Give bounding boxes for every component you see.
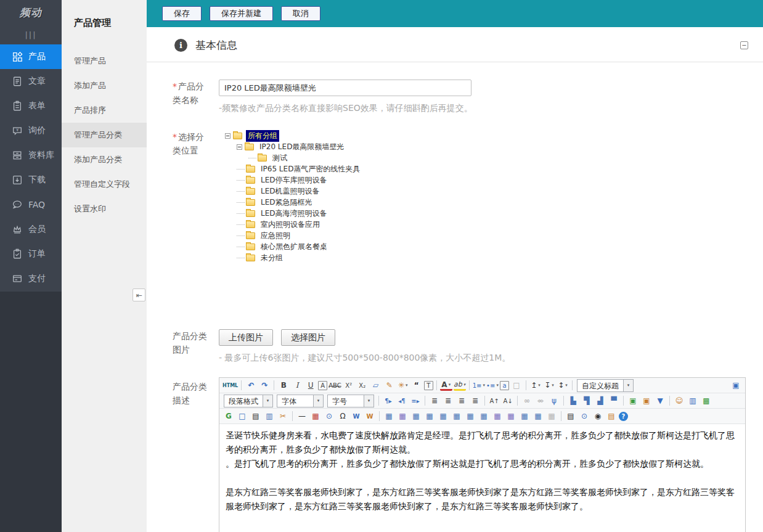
align-justify-button[interactable]: ≣ bbox=[469, 395, 481, 407]
tree-node-parking[interactable]: LED停车库照明设备 bbox=[237, 174, 763, 186]
print-button[interactable]: ▤ bbox=[565, 410, 577, 422]
font-size-up-button[interactable]: A↑ bbox=[488, 395, 500, 407]
screenshot-button[interactable]: ✂ bbox=[277, 410, 289, 422]
tree-node-ip65[interactable]: IP65 LED蒸气严密的线性夹具 bbox=[237, 163, 763, 174]
tree-node-indoor[interactable]: 室内照明设备应用 bbox=[237, 219, 763, 230]
align-left-button[interactable]: ≣ bbox=[428, 395, 441, 407]
insert-table-button[interactable]: ▦ bbox=[383, 410, 395, 422]
image-download-button[interactable]: ▼ bbox=[654, 395, 666, 407]
link-button[interactable]: ∞ bbox=[521, 395, 533, 407]
category-name-input[interactable] bbox=[219, 80, 471, 96]
font-color-button[interactable]: A▾ bbox=[440, 380, 452, 391]
tree-node-label[interactable]: IP65 LED蒸气严密的线性夹具 bbox=[259, 163, 362, 175]
horizontal-rule-button[interactable]: — bbox=[296, 410, 308, 422]
redo-button[interactable]: ↷ bbox=[258, 379, 271, 391]
tree-node-label[interactable]: IP20 LED最高限额墙壁光 bbox=[258, 141, 346, 153]
tree-node-ungrouped[interactable]: 未分组 bbox=[237, 252, 763, 263]
save-button[interactable]: 保存 bbox=[162, 6, 202, 21]
format-brush-button[interactable]: ✎ bbox=[383, 379, 396, 391]
sidebar-item-faq[interactable]: FAQ bbox=[0, 192, 62, 217]
calendar-button[interactable]: ▦ bbox=[309, 410, 322, 422]
insert-row-below-button[interactable]: ▦ bbox=[451, 410, 463, 422]
underline-button[interactable]: U bbox=[304, 379, 317, 391]
sidebar-item-inquiry[interactable]: ¥ 询价 bbox=[0, 118, 62, 143]
tree-node-label[interactable]: 应急照明 bbox=[259, 230, 292, 242]
insert-col-left-button[interactable]: ▦ bbox=[464, 410, 476, 422]
custom-title-select[interactable]: 自定义标题 ▾ bbox=[577, 379, 634, 392]
submenu-item-watermark[interactable]: 设置水印 bbox=[62, 197, 147, 221]
tree-node-core-black[interactable]: 核心黑色扩展名餐桌 bbox=[237, 241, 763, 252]
tree-node-ip20[interactable]: IP20 LED最高限额墙壁光 bbox=[237, 141, 763, 152]
bold-button[interactable]: B bbox=[277, 379, 290, 391]
submenu-item-add-product[interactable]: 添加产品 bbox=[62, 73, 147, 98]
paste-word-button[interactable]: W bbox=[350, 410, 362, 422]
sidebar-item-library[interactable]: 资料库 bbox=[0, 143, 62, 168]
submenu-item-add-category[interactable]: 添加产品分类 bbox=[62, 147, 147, 172]
submenu-collapse-button[interactable]: ⇤ bbox=[133, 289, 145, 301]
font-size-down-button[interactable]: A↓ bbox=[502, 395, 514, 407]
paragraph-spacing-top-button[interactable]: ↥▾ bbox=[529, 379, 542, 391]
find-replace-button[interactable]: ◉ bbox=[592, 410, 604, 422]
tree-expander-icon[interactable] bbox=[225, 133, 231, 139]
align-right-button[interactable]: ≣ bbox=[455, 395, 468, 407]
tree-node-label[interactable]: LED停车库照明设备 bbox=[259, 174, 329, 186]
delete-table-button[interactable]: ▦ bbox=[396, 410, 409, 422]
image-map-button[interactable]: ▩ bbox=[700, 395, 712, 407]
emoticon-button[interactable]: ☺ bbox=[673, 395, 685, 407]
indent-button[interactable]: ≡▸ bbox=[409, 395, 422, 407]
submenu-item-custom-fields[interactable]: 管理自定义字段 bbox=[62, 172, 147, 197]
ltr-button[interactable]: ¶▸ bbox=[382, 395, 394, 407]
paragraph-format-select[interactable]: 段落格式 ▾ bbox=[224, 395, 273, 407]
anchor-button[interactable]: ψ bbox=[548, 395, 560, 407]
source-code-button[interactable]: HTML bbox=[222, 379, 238, 391]
sidebar-collapse-toggle[interactable]: ||| bbox=[0, 25, 62, 44]
fullscreen-button[interactable]: ▣ bbox=[730, 379, 742, 391]
sidebar-item-downloads[interactable]: 下载 bbox=[0, 168, 62, 192]
line-height-button[interactable]: ↕▾ bbox=[557, 379, 569, 391]
image-album-button[interactable]: ▣ bbox=[640, 395, 653, 407]
split-cells-button[interactable]: ▦ bbox=[532, 410, 544, 422]
submenu-item-manage-products[interactable]: 管理产品 bbox=[62, 49, 147, 73]
tree-node-emergency-frame[interactable]: LED紧急隔框光 bbox=[237, 197, 763, 208]
highlight-color-button[interactable]: ab▾ bbox=[454, 380, 466, 391]
italic-button[interactable]: I bbox=[291, 379, 303, 391]
tree-node-canopy[interactable]: LED机盖照明设备 bbox=[237, 186, 763, 197]
tree-node-label[interactable]: LED高海湾照明设备 bbox=[259, 208, 329, 219]
new-page-button[interactable]: □ bbox=[510, 379, 523, 391]
cell-properties-button[interactable]: ▦ bbox=[423, 410, 436, 422]
table-disabled-button[interactable]: ▦ bbox=[545, 410, 558, 422]
tree-node-label[interactable]: 室内照明设备应用 bbox=[259, 219, 322, 231]
tree-node-label[interactable]: 所有分组 bbox=[246, 130, 279, 142]
paragraph-spacing-bottom-button[interactable]: ↧▾ bbox=[543, 379, 555, 391]
anchor-text-button[interactable]: a bbox=[500, 381, 509, 390]
cancel-button[interactable]: 取消 bbox=[281, 6, 320, 21]
align-center-button[interactable]: ≣ bbox=[442, 395, 454, 407]
font-size-select[interactable]: 字号 ▾ bbox=[327, 395, 374, 407]
sidebar-item-forms[interactable]: 表单 bbox=[0, 94, 62, 118]
insert-image-button[interactable]: ▣ bbox=[627, 395, 639, 407]
sidebar-item-orders[interactable]: 订单 bbox=[0, 242, 62, 266]
tree-node-label[interactable]: 核心黑色扩展名餐桌 bbox=[259, 241, 329, 253]
unordered-list-button[interactable]: •≡▾ bbox=[486, 379, 499, 391]
tree-node-test[interactable]: 测试 bbox=[248, 152, 763, 163]
section-collapse-button[interactable]: − bbox=[740, 41, 748, 49]
image-align-block-button[interactable]: ▀ bbox=[608, 395, 620, 407]
sidebar-item-products[interactable]: 产品 bbox=[0, 44, 62, 69]
special-char-button[interactable]: Ω bbox=[337, 410, 349, 422]
image-align-right-button[interactable]: ▟ bbox=[594, 395, 606, 407]
columns-button[interactable]: ▥ bbox=[263, 410, 275, 422]
insert-col-right-button[interactable]: ▦ bbox=[478, 410, 490, 422]
unlink-button[interactable]: ∞ bbox=[534, 395, 547, 407]
ordered-list-button[interactable]: 1≡▾ bbox=[473, 379, 485, 391]
tree-node-highbay[interactable]: LED高海湾照明设备 bbox=[237, 208, 763, 219]
superscript-button[interactable]: X² bbox=[343, 379, 355, 391]
google-docs-button[interactable]: G bbox=[222, 410, 235, 422]
tree-node-all-groups[interactable]: 所有分组 bbox=[225, 130, 763, 141]
upload-image-button[interactable]: 上传图片 bbox=[219, 329, 273, 346]
merge-cells-button[interactable]: ▦ bbox=[518, 410, 531, 422]
tree-node-label[interactable]: LED紧急隔框光 bbox=[259, 197, 314, 208]
image-align-inline-button[interactable]: ▜ bbox=[581, 395, 593, 407]
tree-node-label[interactable]: 测试 bbox=[271, 152, 289, 164]
paste-plain-button[interactable]: T bbox=[424, 381, 433, 390]
page-break-button[interactable]: □ bbox=[236, 410, 248, 422]
